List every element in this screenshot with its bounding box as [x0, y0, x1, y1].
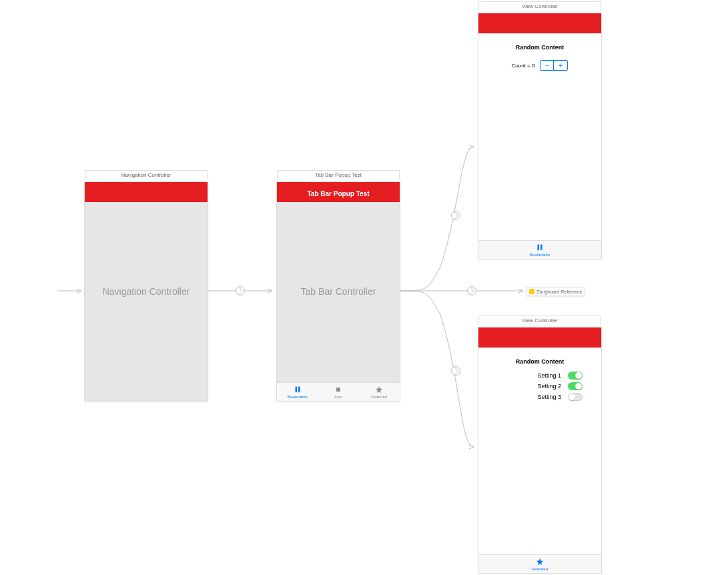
bookmarks-icon	[536, 243, 544, 253]
setting-label: Setting 2	[537, 383, 561, 390]
setting-3-switch[interactable]	[568, 393, 583, 401]
stepper-plus[interactable]: +	[554, 61, 567, 70]
tab-label: Featured	[371, 395, 387, 399]
scene-title: View Controller	[478, 316, 601, 325]
tab-item-featured[interactable]: Featured	[478, 555, 601, 573]
segue-root[interactable]	[236, 286, 245, 296]
setting-row-3: Setting 3	[478, 393, 601, 401]
tab-item-bookmarks[interactable]: Bookmarks	[478, 241, 601, 259]
scene-navigation-controller[interactable]: Navigation Controller Navigation Control…	[84, 181, 208, 402]
tab-item-bookmarks[interactable]: Bookmarks	[277, 383, 318, 401]
navigation-bar	[478, 13, 601, 33]
star-icon	[375, 386, 383, 395]
tab-bar: Bookmarks	[478, 240, 601, 259]
stepper-minus[interactable]: −	[540, 61, 554, 70]
tab-item-featured[interactable]: Featured	[359, 383, 400, 401]
count-label: Count = 0	[512, 63, 535, 69]
count-stepper[interactable]: − +	[540, 60, 568, 71]
scene-title: Tab Bar Popup Test	[277, 170, 400, 179]
tab-bar: Featured	[478, 554, 601, 573]
setting-1-switch[interactable]	[568, 372, 583, 380]
segue-tab-featured[interactable]	[451, 366, 460, 376]
setting-label: Setting 3	[537, 394, 561, 400]
tab-label: Item	[334, 395, 342, 399]
svg-rect-3	[336, 388, 340, 392]
tab-bar: Bookmarks Item Featured	[277, 382, 400, 401]
star-icon	[536, 558, 544, 567]
navigation-bar: Tab Bar Popup Test	[277, 182, 400, 202]
segue-tab-item[interactable]	[467, 286, 476, 296]
tab-placeholder-label: Tab Bar Controller	[277, 286, 400, 297]
scene-tab-bar-controller[interactable]: Tab Bar Popup Test Tab Bar Popup Test Ta…	[276, 181, 400, 402]
navigation-bar	[85, 182, 208, 202]
setting-2-switch[interactable]	[568, 382, 583, 390]
setting-row-2: Setting 2	[478, 382, 601, 390]
storyboard-icon	[529, 289, 534, 294]
nav-title: Tab Bar Popup Test	[277, 182, 400, 197]
scene-title: View Controller	[478, 1, 601, 11]
storyboard-reference[interactable]: Storyboard Reference	[526, 287, 585, 296]
nav-placeholder-label: Navigation Controller	[85, 286, 208, 297]
bookmarks-icon	[294, 386, 302, 395]
tab-label: Featured	[532, 567, 548, 571]
setting-row-1: Setting 1	[478, 372, 601, 380]
tab-label: Bookmarks	[288, 395, 308, 399]
setting-label: Setting 1	[537, 372, 561, 379]
scene-view-controller-count[interactable]: View Controller Random Content Count = 0…	[478, 13, 602, 259]
heading-label: Random Content	[478, 358, 601, 365]
square-icon	[334, 386, 342, 395]
tab-label: Bookmarks	[530, 253, 550, 257]
tab-item-item[interactable]: Item	[318, 383, 358, 401]
scene-view-controller-settings[interactable]: View Controller Random Content Setting 1…	[478, 327, 602, 574]
navigation-bar	[478, 328, 601, 348]
scene-title: Navigation Controller	[85, 170, 208, 179]
storyboard-reference-label: Storyboard Reference	[536, 290, 582, 294]
segue-tab-bookmarks[interactable]	[451, 211, 460, 220]
heading-label: Random Content	[478, 44, 601, 51]
